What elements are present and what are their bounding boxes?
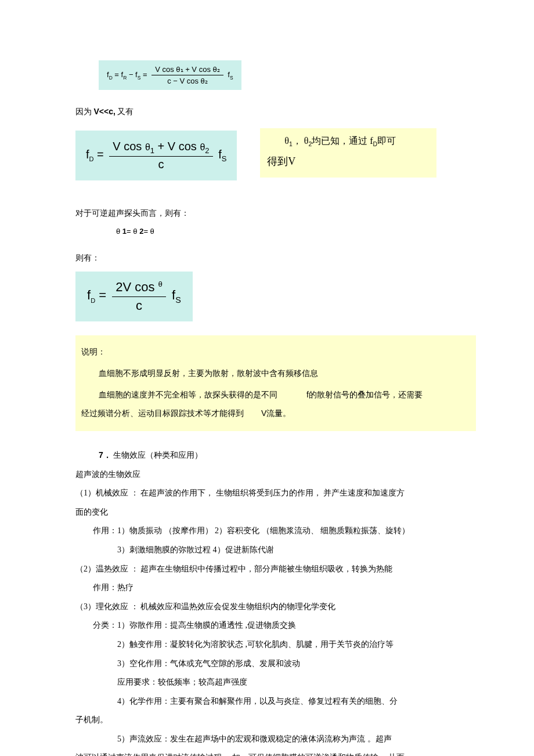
text: D <box>91 297 95 304</box>
list-item: 作用：1）物质振动 （按摩作用） 2）容积变化 （细胞浆流动、 细胞质颗粒振荡、… <box>75 523 476 539</box>
document-page: fD = fR − fS = V cos θ₁ + V cos θ₂ c − V… <box>0 0 534 756</box>
text: 均已知，通过 f <box>312 136 373 146</box>
text: θ <box>145 142 150 152</box>
text: D <box>109 75 113 81</box>
list-item: 3）刺激细胞膜的弥散过程 4）促进新陈代谢 <box>75 542 476 558</box>
text: θ <box>116 227 120 236</box>
theta-equation: θ 1= θ 2= θ <box>75 225 476 239</box>
list-item: 2）触变作用：凝胶转化为溶胶状态 ,可软化肌肉、肌腱，用于关节炎的治疗等 <box>75 637 476 653</box>
note-title: 说明： <box>81 343 470 361</box>
formula-block-1: fD = fR − fS = V cos θ₁ + V cos θ₂ c − V… <box>99 58 476 92</box>
list-item: 作用：热疗 <box>75 580 476 596</box>
denominator: c <box>109 157 212 171</box>
denominator: c − V cos θ₂ <box>151 75 223 85</box>
text: 即可 <box>377 136 396 146</box>
text: 的散射信号的叠加信号，还需要 <box>309 390 423 399</box>
text: V <box>261 408 266 418</box>
note-line: 血细胞不形成明显反射，主要为散射，散射波中含有频移信息 <box>81 365 470 383</box>
section-number: 7． <box>99 450 111 460</box>
text: V cos <box>113 140 145 153</box>
text: S <box>138 75 141 81</box>
text: 血细胞的速度并不完全相等，故探头获得的是不同 <box>99 390 277 399</box>
text: = θ <box>143 227 154 236</box>
text: 2 <box>205 146 209 155</box>
list-item: 面的变化 <box>75 505 476 520</box>
formula-block-3: fD = 2V cos θ c fS <box>75 269 476 323</box>
list-item: 子机制。 <box>75 712 476 728</box>
formula-row: fD = V cos θ1 + V cos θ2 c fS θ1， θ2均已知，… <box>75 128 476 183</box>
text: 2V cos <box>116 280 158 295</box>
note-line: 得到V <box>267 151 430 172</box>
text: = <box>99 288 110 303</box>
list-item: 分类：1）弥散作用：提高生物膜的通透性 ,促进物质交换 <box>75 618 476 634</box>
note-line: 经过频谱分析、运动目标跟踪技术等才能得到V流量。 <box>81 404 470 423</box>
list-item: （3）理化效应 ： 机械效应和温热效应会促发生物组织内的物理化学变化 <box>75 599 476 615</box>
note-line: 血细胞的速度并不完全相等，故探头获得的是不同f的散射信号的叠加信号，还需要 <box>81 386 470 404</box>
numerator: 2V cos θ <box>112 280 166 296</box>
denominator: c <box>112 297 166 313</box>
list-item: 应用要求：较低频率；较高超声强度 <box>75 675 476 690</box>
text: 1 <box>150 146 154 155</box>
formula-3: fD = 2V cos θ c fS <box>75 272 193 321</box>
text: 流量。 <box>266 409 291 418</box>
text: 又有 <box>116 107 134 116</box>
text: V<<c, <box>94 107 116 116</box>
formula-2: fD = V cos θ1 + V cos θ2 c fS <box>75 131 237 180</box>
paragraph: 对于可逆超声探头而言，则有： <box>75 206 476 222</box>
note-box-1: θ1， θ2均已知，通过 fD即可 得到V <box>260 128 436 178</box>
text: θ <box>200 142 205 152</box>
list-item: 波可以通过声流作用来促进对流传输过程， 如：可促使细胞膜的可逆渗透和物质传输， … <box>75 750 476 756</box>
numerator: V cos θ₁ + V cos θ₂ <box>151 65 223 75</box>
text: = θ <box>127 227 137 236</box>
text: = <box>143 70 149 79</box>
text: D <box>373 141 378 147</box>
numerator: V cos θ1 + V cos θ2 <box>109 140 212 157</box>
fraction: 2V cos θ c <box>112 280 166 313</box>
text: − f <box>129 70 138 79</box>
text: + V cos <box>154 140 200 153</box>
text: D <box>89 155 94 162</box>
text: S <box>222 154 227 163</box>
text: θ <box>158 280 163 288</box>
text: 1 <box>122 227 127 236</box>
list-item: （1）机械效应 ： 在超声波的作用下， 生物组织将受到压力的作用， 并产生速度和… <box>75 486 476 501</box>
text: 经过频谱分析、运动目标跟踪技术等才能得到 <box>81 409 244 418</box>
note-box-2: 说明： 血细胞不形成明显反射，主要为散射，散射波中含有频移信息 血细胞的速度并不… <box>75 335 476 431</box>
list-item: 3）空化作用：气体或充气空隙的形成、发展和波动 <box>75 656 476 672</box>
paragraph: 因为 V<<c, 又有 <box>75 104 476 120</box>
list-item: 4）化学作用：主要有聚合和解聚作用，以及与炎症、修复过程有关的细胞、分 <box>75 694 476 710</box>
text: S <box>230 75 233 81</box>
text: = <box>97 148 107 161</box>
text: S <box>175 295 181 305</box>
formula-1: fD = fR − fS = V cos θ₁ + V cos θ₂ c − V… <box>99 60 241 90</box>
paragraph: 超声波的生物效应 <box>75 467 476 483</box>
section-heading: 7． 生物效应（种类和应用） <box>75 447 476 464</box>
fraction: V cos θ₁ + V cos θ₂ c − V cos θ₂ <box>151 65 223 85</box>
fraction: V cos θ1 + V cos θ2 c <box>109 140 212 171</box>
paragraph: 则有： <box>75 251 476 266</box>
text: = f <box>114 70 123 79</box>
text: R <box>123 75 127 81</box>
list-item: （2）温热效应 ： 超声在生物组织中传播过程中，部分声能被生物组织吸收，转换为热… <box>75 562 476 577</box>
note-line: θ1， θ2均已知，通过 fD即可 <box>267 132 430 151</box>
text: 因为 <box>75 107 94 116</box>
list-item: 5）声流效应：发生在超声场中的宏观和微观稳定的液体涡流称为声流 。超声 <box>75 732 476 747</box>
text: θ <box>284 136 289 146</box>
section-title: 生物效应（种类和应用） <box>113 451 203 460</box>
text: ， θ <box>293 136 309 146</box>
